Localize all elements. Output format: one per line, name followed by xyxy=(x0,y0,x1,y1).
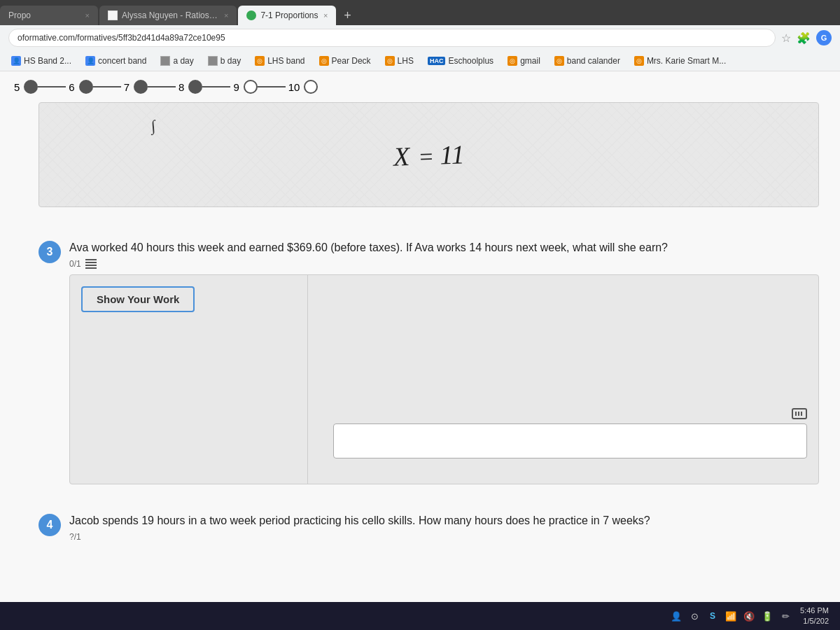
question-4-area: 4 Jacob spends 19 hours in a two week pe… xyxy=(0,505,840,561)
url-text: oformative.com/formatives/5ff3b2d41d4a89… xyxy=(18,33,225,43)
nav-line-9-10 xyxy=(258,86,286,88)
extensions-icon: 🧩 xyxy=(797,31,811,45)
handwriting-area-container: ∫ X = 11 xyxy=(0,102,840,232)
bookmark-band-calander[interactable]: ◎ band calander xyxy=(549,55,626,67)
bookmark-pear-deck-icon: ◎ xyxy=(319,56,329,66)
taskbar-pen-icon: ✏ xyxy=(779,610,792,622)
keyboard-icon[interactable] xyxy=(792,408,807,419)
nav-line-7-8 xyxy=(148,86,176,88)
bookmark-pear-deck-label: Pear Deck xyxy=(332,56,371,66)
main-content: 5 6 7 8 9 10 xyxy=(0,71,840,630)
nav-circle-9 xyxy=(244,80,258,94)
taskbar-circle-icon: ⊙ xyxy=(688,610,701,622)
nav-circle-7 xyxy=(134,80,148,94)
question-4-content: Jacob spends 19 hours in a two week peri… xyxy=(69,512,819,547)
profile-icon[interactable]: G xyxy=(816,30,832,46)
bookmark-hs-band[interactable]: 👤 HS Band 2... xyxy=(6,55,77,67)
question-3-content: Ava worked 40 hours this week and earned… xyxy=(69,239,819,484)
nav-line-6-7 xyxy=(93,86,121,88)
bookmark-eschoolplus-icon: HAC xyxy=(428,57,446,65)
answer-input-panel xyxy=(308,275,818,484)
nav-circle-5-inner xyxy=(24,80,38,94)
nav-circle-9-inner xyxy=(244,80,258,94)
nav-num-9[interactable]: 9 xyxy=(233,81,239,93)
browser-chrome: Propo × Alyssa Nguyen - Ratios and Prop … xyxy=(0,0,840,71)
tab-propo-label: Propo xyxy=(8,10,31,20)
taskbar-date-value: 1/5/202 xyxy=(800,616,829,626)
taskbar-s-icon: S xyxy=(706,610,719,622)
nav-num-6[interactable]: 6 xyxy=(69,81,74,93)
bookmark-a-day-icon xyxy=(160,56,170,66)
show-work-panel: Show Your Work xyxy=(70,275,308,484)
taskbar-wifi-icon[interactable]: 📶 xyxy=(724,610,737,622)
nav-num-8[interactable]: 8 xyxy=(178,81,184,93)
tab-alyssa-label: Alyssa Nguyen - Ratios and Prop xyxy=(122,10,220,20)
nav-circle-5 xyxy=(24,80,38,94)
bookmark-gmail[interactable]: ◎ gmail xyxy=(502,55,546,67)
bookmark-hs-band-label: HS Band 2... xyxy=(24,56,71,66)
bookmark-pear-deck[interactable]: ◎ Pear Deck xyxy=(314,55,377,67)
taskbar-time-value: 5:46 PM xyxy=(800,606,829,616)
bookmark-band-calander-icon: ◎ xyxy=(554,56,564,66)
nav-line-8-9 xyxy=(202,86,230,88)
tab-alyssa[interactable]: Alyssa Nguyen - Ratios and Prop × xyxy=(99,6,237,25)
answer-input-field[interactable] xyxy=(333,424,807,458)
url-input[interactable]: oformative.com/formatives/5ff3b2d41d4a89… xyxy=(8,29,776,47)
bookmark-gmail-label: gmail xyxy=(520,56,540,66)
bookmark-lhs[interactable]: ◎ LHS xyxy=(379,55,419,67)
nav-circle-7-inner xyxy=(134,80,148,94)
bookmark-a-day[interactable]: a day xyxy=(155,55,199,67)
bookmark-mrs-karie[interactable]: ◎ Mrs. Karie Smart M... xyxy=(629,55,732,67)
bookmark-concert-band-icon: 👤 xyxy=(85,56,95,66)
tab-propo[interactable]: Propo × xyxy=(0,6,98,25)
bookmark-lhs-label: LHS xyxy=(398,56,414,66)
bookmark-lhs-icon: ◎ xyxy=(385,56,395,66)
show-your-work-button[interactable]: Show Your Work xyxy=(81,286,195,312)
question-4-badge: 4 xyxy=(38,514,61,536)
bookmark-lhs-band-label: LHS band xyxy=(267,56,304,66)
nav-num-7[interactable]: 7 xyxy=(124,81,130,93)
bookmark-concert-band-label: concert band xyxy=(98,56,146,66)
handwriting-11: 11 xyxy=(439,139,465,169)
handwriting-content: X = 11 xyxy=(393,137,465,173)
bookmark-band-calander-label: band calander xyxy=(567,56,620,66)
taskbar-time: 5:46 PM 1/5/202 xyxy=(800,606,829,627)
bookmark-b-day[interactable]: b day xyxy=(202,55,246,67)
handwriting-box: ∫ X = 11 xyxy=(38,102,819,207)
tab-favicon-alyssa xyxy=(108,10,118,20)
nav-circle-6 xyxy=(79,80,93,94)
bookmarks-bar: 👤 HS Band 2... 👤 concert band a day b da… xyxy=(0,50,840,71)
taskbar-sound-icon[interactable]: 🔇 xyxy=(743,610,755,622)
question-3-block: 3 Ava worked 40 hours this week and earn… xyxy=(38,239,819,484)
add-tab-button[interactable]: + xyxy=(337,6,357,25)
taskbar-person-icon: 👤 xyxy=(670,610,682,622)
taskbar: 👤 ⊙ S 📶 🔇 🔋 ✏ 5:46 PM 1/5/202 xyxy=(0,602,840,630)
handwriting-equals: = xyxy=(419,143,433,169)
taskbar-icons: 👤 ⊙ S 📶 🔇 🔋 ✏ xyxy=(670,610,792,622)
bookmark-lhs-band[interactable]: ◎ LHS band xyxy=(249,55,310,67)
nav-circle-8 xyxy=(188,80,202,94)
question-4-text: Jacob spends 19 hours in a two week peri… xyxy=(69,512,819,529)
question-3-badge: 3 xyxy=(38,241,61,263)
nav-circle-10 xyxy=(304,80,318,94)
bookmark-hs-band-icon: 👤 xyxy=(11,56,21,66)
bookmark-b-day-label: b day xyxy=(220,56,241,66)
tab-proportions-close[interactable]: × xyxy=(323,11,328,20)
nav-line-5-6 xyxy=(38,86,66,88)
nav-circle-10-inner xyxy=(304,80,318,94)
bookmark-a-day-label: a day xyxy=(173,56,193,66)
tab-propo-close[interactable]: × xyxy=(85,11,90,20)
bookmark-eschoolplus[interactable]: HAC Eschoolplus xyxy=(422,55,499,67)
bookmark-concert-band[interactable]: 👤 concert band xyxy=(80,55,152,67)
question-3-area: 3 Ava worked 40 hours this week and earn… xyxy=(0,232,840,505)
bookmark-star-icon[interactable]: ☆ xyxy=(781,31,791,45)
question-3-text: Ava worked 40 hours this week and earned… xyxy=(69,239,819,256)
nav-circle-8-inner xyxy=(188,80,202,94)
tab-favicon-proportions xyxy=(246,10,256,20)
handwriting-x: X xyxy=(393,141,410,171)
question-4-block: 4 Jacob spends 19 hours in a two week pe… xyxy=(38,512,819,547)
tab-alyssa-close[interactable]: × xyxy=(224,11,228,20)
nav-num-5[interactable]: 5 xyxy=(14,81,20,93)
nav-num-10[interactable]: 10 xyxy=(288,81,300,93)
tab-proportions[interactable]: 7-1 Proportions × xyxy=(238,6,336,25)
